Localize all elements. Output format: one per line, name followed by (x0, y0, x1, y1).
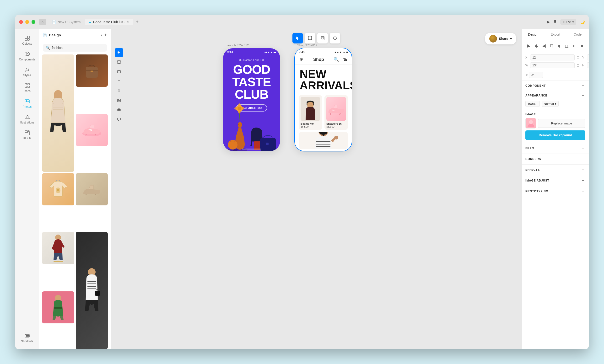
svg-rect-83 (527, 46, 530, 47)
svg-point-57 (118, 100, 119, 100)
blend-mode-value: Normal (544, 102, 554, 106)
align-bottom-button[interactable] (563, 43, 570, 50)
shop-search-icon: 🔍 (334, 57, 339, 62)
photo-item[interactable] (42, 291, 74, 324)
svg-rect-82 (527, 45, 529, 46)
dark-mode-button[interactable]: 🌙 (580, 20, 585, 24)
image-section: IMAGE Replace Image Remove Background (522, 110, 589, 143)
x-input[interactable] (530, 54, 575, 61)
remove-background-button[interactable]: Remove Background (525, 130, 585, 140)
transform-tool[interactable] (305, 33, 315, 43)
fills-add-button[interactable]: + (580, 146, 585, 151)
borders-section[interactable]: BORDERS + (522, 154, 589, 164)
align-right-button[interactable] (541, 43, 547, 50)
sidebar-item-styles[interactable]: Styles (17, 64, 38, 79)
svg-point-50 (308, 39, 309, 40)
shop-product-beanie[interactable]: Beanie 404 $64.00 (299, 95, 322, 130)
shop-cart-icon: 🛍 (343, 57, 347, 62)
image-adjust-add-button[interactable]: + (580, 178, 585, 183)
align-center-h-button[interactable] (533, 43, 540, 50)
opacity-input[interactable] (525, 101, 540, 107)
component-add-button[interactable]: + (580, 83, 585, 88)
rotation-input[interactable] (529, 72, 543, 78)
align-top-button[interactable] (548, 43, 555, 50)
battery-icon: ▬ (274, 51, 276, 53)
maximize-button[interactable] (32, 20, 35, 24)
x-position-row: X (525, 54, 580, 61)
grid-button[interactable]: ⠿ (554, 20, 556, 24)
asset-add-button[interactable]: + (104, 33, 107, 38)
effects-add-button[interactable]: + (580, 167, 585, 172)
frame-tool[interactable] (317, 33, 328, 43)
launch-phone-frame[interactable]: 9:41 ●●● ▲ ▬ 83 Daston Lane E8 GOOD TAST… (223, 48, 280, 151)
sidebar-item-icons[interactable]: Icons (17, 80, 38, 95)
tab-new-ui-system[interactable]: 📄 New UI System (49, 19, 84, 25)
prototyping-section[interactable]: PROTOTYPING + (522, 186, 589, 197)
sidebar-item-objects[interactable]: Objects (17, 33, 38, 48)
tab-export[interactable]: Export (544, 29, 566, 40)
comment-tool[interactable] (115, 115, 123, 124)
scale-tool[interactable] (115, 58, 123, 66)
w-input[interactable] (530, 62, 575, 68)
blend-mode-select[interactable]: Normal ▾ (542, 101, 559, 107)
align-left-button[interactable] (525, 43, 532, 50)
sidebar-item-ui-kits[interactable]: UI Kits (17, 127, 38, 142)
photo-item[interactable] (42, 54, 74, 172)
replace-image-button[interactable]: Replace Image (538, 119, 585, 128)
tab-good-taste-club[interactable]: ☁ Good Taste Club iOS ✕ (85, 19, 133, 25)
play-button[interactable]: ▶ (547, 20, 550, 24)
minimize-button[interactable] (25, 20, 29, 24)
svg-rect-52 (321, 37, 324, 40)
align-center-v-button[interactable] (556, 43, 563, 50)
prototyping-add-button[interactable]: + (580, 189, 585, 194)
distribute-v-button[interactable] (579, 43, 585, 50)
photo-item[interactable] (76, 114, 108, 146)
sidebar-item-shortcuts[interactable]: Shortcuts (17, 331, 38, 345)
tab-design[interactable]: Design (522, 29, 544, 40)
photo-item[interactable] (76, 54, 108, 87)
image-tool[interactable] (115, 96, 123, 105)
h-input[interactable] (587, 62, 589, 68)
shop-phone-frame[interactable]: 9:41 ▲▲▲ ▲ ■ ⊞ Shop 🔍 (295, 48, 352, 151)
zoom-control[interactable]: 100% ▾ (560, 19, 576, 25)
sidebar-item-photos[interactable]: Photos (17, 96, 38, 111)
share-button[interactable]: Share ▾ (485, 33, 516, 44)
appearance-add-button[interactable]: + (580, 93, 585, 98)
new-tab-button[interactable]: + (134, 19, 141, 25)
svg-rect-8 (25, 100, 29, 103)
shop-product-sneakers[interactable]: Sneakers 16 $52.00 (325, 95, 348, 130)
select-tool[interactable] (292, 33, 303, 43)
home-button[interactable]: ⌂ (39, 19, 46, 25)
photo-item[interactable] (76, 173, 108, 205)
tab-close-button[interactable]: ✕ (126, 20, 130, 24)
component-tool[interactable] (115, 106, 123, 114)
fills-section[interactable]: FILLS + (522, 143, 589, 154)
pen-tool[interactable] (115, 87, 123, 95)
effects-section[interactable]: EFFECTS + (522, 164, 589, 175)
prototyping-title: PROTOTYPING (525, 190, 548, 193)
y-input[interactable] (587, 54, 589, 61)
distribute-h-button[interactable] (571, 43, 578, 50)
photo-item[interactable] (76, 232, 108, 349)
product-sneakers-image (326, 97, 346, 121)
cursor-tool[interactable] (115, 48, 123, 57)
svg-point-51 (311, 39, 312, 40)
borders-add-button[interactable]: + (580, 157, 585, 162)
sidebar-item-components[interactable]: Components (17, 49, 38, 63)
mask-tool[interactable] (330, 33, 340, 43)
appearance-section-header[interactable]: APPEARANCE + (522, 90, 589, 100)
frame1-label: Launch 375×812 (226, 43, 249, 47)
component-section-header[interactable]: COMPONENT + (522, 80, 589, 90)
asset-panel-title: Design (49, 33, 99, 37)
close-button[interactable] (19, 20, 23, 24)
photo-item[interactable] (42, 173, 74, 205)
tab-code[interactable]: Code (566, 29, 589, 40)
svg-rect-73 (266, 143, 269, 145)
rectangle-tool[interactable] (115, 67, 123, 76)
image-adjust-section[interactable]: IMAGE ADJUST + (522, 175, 589, 186)
sidebar-item-illustrations[interactable]: Illustrations (17, 112, 38, 126)
link-icon (576, 55, 580, 60)
text-tool[interactable] (115, 77, 123, 86)
photo-item[interactable] (42, 232, 74, 264)
search-input[interactable] (52, 46, 104, 50)
